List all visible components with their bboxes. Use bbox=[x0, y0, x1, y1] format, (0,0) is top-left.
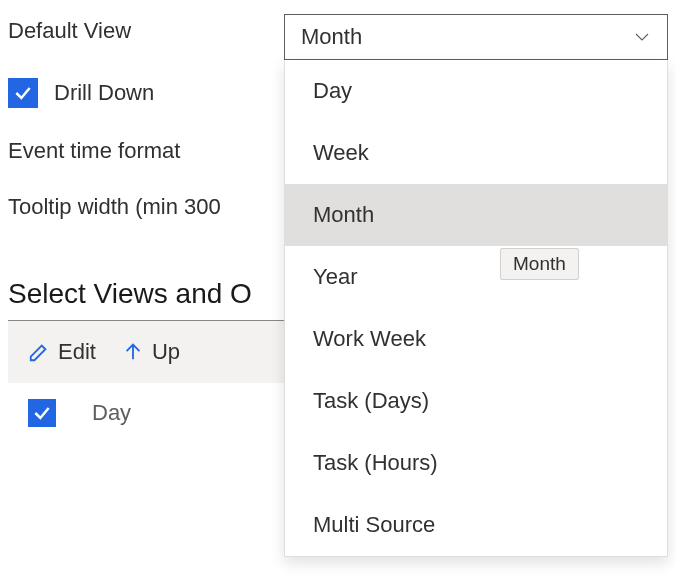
event-time-format-label: Event time format bbox=[8, 138, 288, 164]
tooltip: Month bbox=[500, 248, 579, 280]
checkmark-icon bbox=[13, 83, 33, 103]
dropdown-trigger[interactable]: Month bbox=[284, 14, 668, 60]
up-button[interactable]: Up bbox=[112, 335, 190, 369]
drill-down-checkbox[interactable] bbox=[8, 78, 38, 108]
tooltip-width-label: Tooltip width (min 300 bbox=[8, 194, 221, 220]
dropdown-option-task-days[interactable]: Task (Days) bbox=[285, 370, 667, 432]
dropdown-option-multi-source[interactable]: Multi Source bbox=[285, 494, 667, 556]
checkmark-icon bbox=[32, 403, 52, 423]
dropdown-option-year[interactable]: Year bbox=[285, 246, 667, 308]
dropdown-menu: Day Week Month Year Work Week Task (Days… bbox=[284, 60, 668, 557]
up-label: Up bbox=[152, 339, 180, 365]
default-view-label: Default View bbox=[8, 18, 288, 44]
dropdown-option-day[interactable]: Day bbox=[285, 60, 667, 122]
dropdown-option-work-week[interactable]: Work Week bbox=[285, 308, 667, 370]
drill-down-label: Drill Down bbox=[54, 80, 154, 106]
chevron-down-icon bbox=[633, 28, 651, 46]
dropdown-option-week[interactable]: Week bbox=[285, 122, 667, 184]
dropdown-option-month[interactable]: Month bbox=[285, 184, 667, 246]
dropdown-selected: Month bbox=[301, 24, 362, 50]
list-item-label: Day bbox=[92, 400, 131, 426]
edit-button[interactable]: Edit bbox=[18, 335, 106, 369]
dropdown-option-task-hours[interactable]: Task (Hours) bbox=[285, 432, 667, 494]
edit-label: Edit bbox=[58, 339, 96, 365]
arrow-up-icon bbox=[122, 341, 144, 363]
list-item-checkbox[interactable] bbox=[28, 399, 56, 427]
default-view-dropdown[interactable]: Month Day Week Month Year Work Week Task… bbox=[284, 14, 668, 557]
pencil-icon bbox=[28, 341, 50, 363]
